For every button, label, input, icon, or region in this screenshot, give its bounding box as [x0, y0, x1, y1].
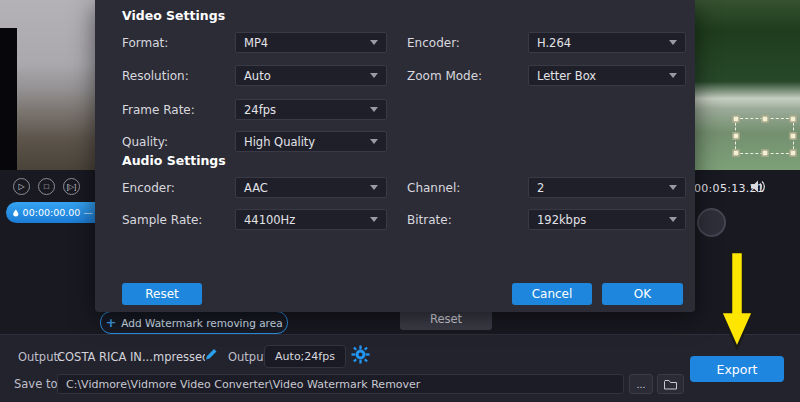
selection-handle[interactable]	[761, 150, 768, 157]
video-settings-title: Video Settings	[122, 8, 225, 23]
selection-handle[interactable]	[733, 133, 740, 140]
chevron-down-icon	[370, 139, 378, 144]
ok-button[interactable]: OK	[602, 283, 683, 305]
selection-handle[interactable]	[733, 116, 740, 123]
resolution-label: Resolution:	[122, 69, 189, 83]
stop-button[interactable]: □	[38, 178, 55, 195]
chevron-down-icon	[669, 185, 677, 190]
watermark-selection-box[interactable]	[735, 118, 794, 154]
bitrate-select[interactable]: 192kbps	[528, 209, 686, 230]
resolution-select[interactable]: Auto	[235, 65, 387, 86]
zoom-mode-label: Zoom Mode:	[407, 69, 482, 83]
format-label: Format:	[122, 36, 168, 50]
time-range-pill[interactable]: 00:00:00.00 — 00	[6, 202, 108, 223]
frame-rate-select[interactable]: 24fps	[235, 99, 387, 120]
rename-button[interactable]	[204, 347, 218, 364]
stop-icon: □	[44, 182, 49, 191]
frame-step-button[interactable]: [▷]	[63, 178, 80, 195]
format-select[interactable]: MP4	[235, 32, 387, 53]
add-watermark-area-button[interactable]: + Add Watermark removing area	[100, 311, 288, 334]
circle-button[interactable]	[697, 208, 726, 237]
gear-icon	[351, 345, 370, 364]
folder-icon	[664, 379, 677, 390]
export-button[interactable]: Export	[690, 356, 784, 382]
chevron-down-icon	[669, 217, 677, 222]
add-area-label: Add Watermark removing area	[121, 317, 282, 329]
reset-button[interactable]: Reset	[122, 283, 202, 305]
channel-select[interactable]: 2	[528, 177, 686, 198]
thumbnail-side-strip	[0, 28, 17, 170]
play-button[interactable]: ▷	[13, 178, 30, 195]
output-filename: COSTA RICA IN...mpressed_.mp4	[57, 350, 205, 364]
channel-label: Channel:	[407, 181, 460, 195]
selection-handle[interactable]	[733, 150, 740, 157]
save-path-field[interactable]: C:\Vidmore\Vidmore Video Converter\Video…	[57, 374, 624, 394]
bitrate-label: Bitrate:	[407, 213, 452, 227]
output-settings-button[interactable]	[351, 345, 370, 367]
chevron-down-icon	[370, 40, 378, 45]
video-preview-right	[695, 0, 800, 170]
pencil-icon	[204, 347, 218, 361]
chevron-down-icon	[370, 107, 378, 112]
frame-step-icon: [▷]	[67, 183, 76, 191]
frame-rate-label: Frame Rate:	[122, 103, 195, 117]
audio-encoder-label: Encoder:	[122, 181, 175, 195]
audio-encoder-select[interactable]: AAC	[235, 177, 387, 198]
browse-button[interactable]: ...	[629, 374, 653, 394]
zoom-mode-select[interactable]: Letter Box	[528, 65, 686, 86]
plus-icon: +	[105, 318, 116, 328]
play-icon: ▷	[18, 182, 24, 191]
cancel-button[interactable]: Cancel	[512, 283, 592, 305]
chevron-down-icon	[669, 73, 677, 78]
selection-handle[interactable]	[790, 116, 797, 123]
chevron-down-icon	[370, 73, 378, 78]
app-window: ▷ □ [▷] 00:00:00.00 — 00 00:05:13.21 + A…	[0, 0, 800, 402]
mute-button[interactable]	[751, 180, 766, 196]
sample-rate-label: Sample Rate:	[122, 213, 202, 227]
chevron-down-icon	[370, 217, 378, 222]
chevron-down-icon	[370, 185, 378, 190]
droplet-icon	[13, 207, 19, 219]
profile-settings-dialog: Video Settings Format: MP4 Encoder: H.26…	[95, 0, 695, 312]
sample-rate-select[interactable]: 44100Hz	[235, 209, 387, 230]
open-folder-button[interactable]	[657, 374, 684, 394]
selection-handle[interactable]	[790, 133, 797, 140]
save-to-label: Save to:	[14, 377, 61, 391]
chevron-down-icon	[669, 40, 677, 45]
video-encoder-select[interactable]: H.264	[528, 32, 686, 53]
audio-settings-title: Audio Settings	[122, 153, 226, 168]
quality-select[interactable]: High Quality	[235, 131, 387, 152]
footer-bar: Output: COSTA RICA IN...mpressed_.mp4 Ou…	[0, 334, 800, 402]
selection-handle[interactable]	[790, 150, 797, 157]
output-format-value[interactable]: Auto;24fps	[264, 345, 346, 368]
output-label: Output:	[18, 350, 62, 364]
speaker-icon	[751, 180, 766, 193]
video-encoder-label: Encoder:	[407, 36, 460, 50]
quality-label: Quality:	[122, 135, 168, 149]
selection-handle[interactable]	[761, 116, 768, 123]
